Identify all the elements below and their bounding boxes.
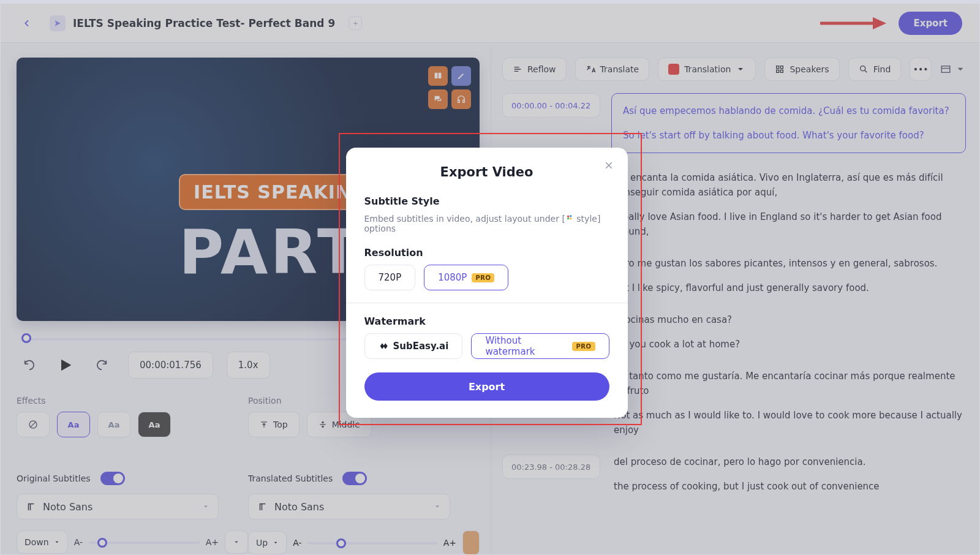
dialog-export-button[interactable]: Export [364, 372, 609, 401]
resolution-1080[interactable]: 1080PPRO [424, 265, 508, 290]
dialog-highlight-frame: Export Video Subtitle Style Embed subtit… [339, 133, 642, 425]
modal-overlay[interactable]: Export Video Subtitle Style Embed subtit… [1, 4, 979, 554]
dialog-divider [346, 303, 628, 303]
subtitle-style-heading: Subtitle Style [364, 195, 609, 207]
watermark-none[interactable]: Without watermarkPRO [471, 333, 609, 359]
watermark-brand[interactable]: SubEasy.ai [364, 333, 463, 359]
dialog-title: Export Video [364, 165, 609, 179]
svg-point-23 [570, 215, 572, 217]
watermark-heading: Watermark [364, 315, 609, 327]
resolution-720[interactable]: 720P [364, 265, 416, 290]
pro-badge: PRO [472, 273, 494, 282]
subtitle-style-desc: Embed subtitles in video, adjust layout … [364, 213, 609, 233]
close-icon [604, 160, 614, 170]
dialog-close-button[interactable] [601, 157, 617, 173]
resolution-heading: Resolution [364, 247, 609, 259]
palette-icon [565, 213, 574, 222]
svg-point-22 [567, 216, 570, 218]
svg-point-24 [570, 217, 572, 220]
pro-badge: PRO [572, 342, 595, 351]
svg-point-25 [567, 217, 570, 220]
brand-icon [379, 341, 388, 351]
export-dialog: Export Video Subtitle Style Embed subtit… [346, 148, 628, 418]
